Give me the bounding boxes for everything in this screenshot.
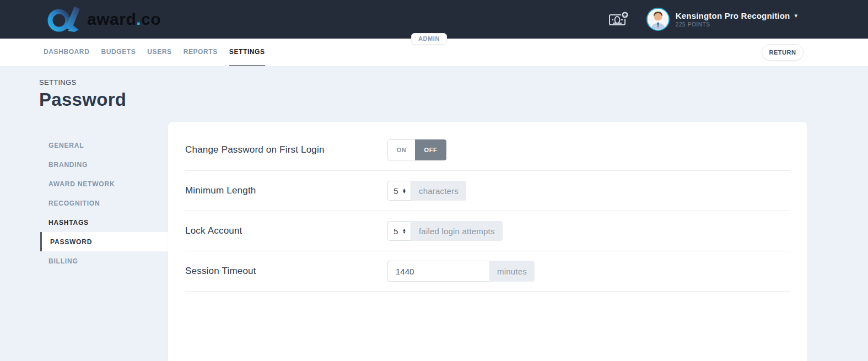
password-settings-page: award.co bbox=[0, 0, 868, 361]
session-timeout-input[interactable] bbox=[387, 261, 489, 282]
nav-tab-users[interactable]: USERS bbox=[147, 39, 171, 66]
stepper-arrows-icon[interactable]: ▲▼ bbox=[402, 228, 406, 234]
change-password-toggle[interactable]: ON OFF bbox=[387, 139, 446, 160]
password-settings-card: Change Password on First Login ON OFF Mi… bbox=[168, 122, 807, 361]
awardco-logo-text: award.co bbox=[87, 10, 161, 29]
lock-account-stepper[interactable]: ▲▼ bbox=[387, 221, 411, 241]
session-timeout-unit: minutes bbox=[489, 261, 535, 282]
awardco-logo-icon bbox=[46, 6, 82, 33]
toggle-off-option[interactable]: OFF bbox=[415, 139, 446, 160]
admin-badge: ADMIN bbox=[411, 33, 447, 45]
setting-row-minimum-length: Minimum Length ▲▼ characters bbox=[185, 171, 790, 211]
minimum-length-input[interactable] bbox=[393, 186, 401, 196]
account-info: Kensington Pro Recognition ▾ 225 POINTS bbox=[676, 11, 797, 28]
sidebar-item-recognition[interactable]: RECOGNITION bbox=[40, 193, 168, 213]
header-actions: Kensington Pro Recognition ▾ 225 POINTS bbox=[608, 8, 797, 31]
return-button[interactable]: RETURN bbox=[762, 44, 804, 61]
user-avatar[interactable] bbox=[646, 8, 670, 31]
nav-tab-reports[interactable]: REPORTS bbox=[184, 39, 218, 66]
lock-account-group: ▲▼ failed login attempts bbox=[387, 221, 503, 241]
page-title: Password bbox=[39, 89, 126, 110]
lock-account-input[interactable] bbox=[393, 227, 401, 236]
setting-row-lock-account: Lock Account ▲▼ failed login attempts bbox=[185, 211, 790, 251]
session-timeout-label: Session Timeout bbox=[185, 266, 387, 277]
change-password-label: Change Password on First Login bbox=[185, 144, 387, 155]
nav-tab-settings[interactable]: SETTINGS bbox=[229, 39, 265, 66]
minimum-length-label: Minimum Length bbox=[185, 185, 387, 196]
chevron-down-icon: ▾ bbox=[794, 13, 797, 19]
account-points: 225 POINTS bbox=[676, 21, 797, 28]
lock-account-label: Lock Account bbox=[185, 225, 387, 236]
sidebar-item-award-network[interactable]: AWARD NETWORK bbox=[40, 174, 168, 193]
sidebar-item-branding[interactable]: BRANDING bbox=[40, 155, 168, 174]
sidebar-item-general[interactable]: GENERAL bbox=[40, 136, 168, 155]
sidebar-item-hashtags[interactable]: HASHTAGS bbox=[40, 213, 168, 232]
setting-row-change-password: Change Password on First Login ON OFF bbox=[185, 122, 790, 171]
sidebar-item-billing[interactable]: BILLING bbox=[40, 251, 168, 271]
stepper-arrows-icon[interactable]: ▲▼ bbox=[402, 188, 406, 193]
lock-account-unit: failed login attempts bbox=[411, 221, 503, 241]
setting-row-session-timeout: Session Timeout minutes bbox=[185, 251, 790, 292]
account-menu[interactable]: Kensington Pro Recognition ▾ 225 POINTS bbox=[646, 8, 797, 31]
session-timeout-group: minutes bbox=[387, 261, 535, 282]
toggle-on-option[interactable]: ON bbox=[387, 139, 415, 160]
account-name: Kensington Pro Recognition bbox=[676, 11, 790, 20]
page-heading: SETTINGS Password bbox=[39, 78, 126, 110]
nav-tab-dashboard[interactable]: DASHBOARD bbox=[44, 39, 89, 66]
minimum-length-stepper[interactable]: ▲▼ bbox=[387, 181, 411, 201]
minimum-length-unit: characters bbox=[411, 181, 466, 201]
breadcrumb: SETTINGS bbox=[39, 78, 126, 87]
awardco-logo[interactable]: award.co bbox=[46, 6, 161, 33]
settings-sidebar: GENERAL BRANDING AWARD NETWORK RECOGNITI… bbox=[40, 136, 168, 271]
nav-tab-budgets[interactable]: BUDGETS bbox=[101, 39, 136, 66]
add-points-icon[interactable] bbox=[608, 10, 629, 28]
minimum-length-group: ▲▼ characters bbox=[387, 181, 466, 201]
sidebar-item-password[interactable]: PASSWORD bbox=[40, 232, 168, 251]
